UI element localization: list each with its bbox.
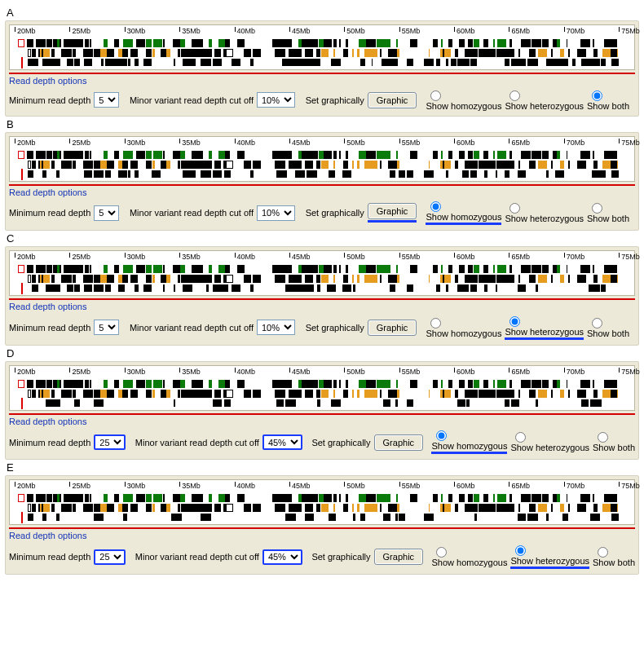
min-depth-label: Minimum read depth <box>9 208 90 218</box>
ruler-tick: 25Mb <box>69 482 90 490</box>
min-depth-select[interactable]: 5 <box>94 320 119 335</box>
radio-show-homozygous[interactable] <box>436 547 447 558</box>
section-divider <box>9 527 635 529</box>
minor-cutoff-select[interactable]: 10% <box>257 92 295 108</box>
radio-show-heterozygous-label: Show heterozygous <box>505 327 584 337</box>
min-depth-label: Minimum read depth <box>9 552 90 562</box>
genome-track-3[interactable] <box>10 399 634 407</box>
min-depth-select[interactable]: 25 <box>94 549 126 565</box>
radio-show-homozygous-label: Show homozygous <box>431 441 507 451</box>
min-depth-select[interactable]: 5 <box>94 205 119 221</box>
radio-show-heterozygous[interactable] <box>509 203 520 214</box>
cursor-indicator <box>21 57 23 68</box>
minor-cutoff-select[interactable]: 45% <box>262 434 302 450</box>
radio-show-homozygous[interactable] <box>430 318 441 328</box>
track-area[interactable]: 20Mb25Mb30Mb35Mb40Mb45Mb50Mb55Mb60Mb65Mb… <box>9 24 635 70</box>
section-divider <box>9 73 635 74</box>
min-depth-select[interactable]: 5 <box>94 92 119 108</box>
minor-cutoff-select[interactable]: 10% <box>257 205 295 221</box>
ruler-tick: 55Mb <box>399 27 421 35</box>
genomic-ruler: 20Mb25Mb30Mb35Mb40Mb45Mb50Mb55Mb60Mb65Mb… <box>10 139 634 149</box>
radio-show-both[interactable] <box>598 547 608 558</box>
graphic-button[interactable]: Graphic <box>374 549 424 565</box>
track-area[interactable]: 20Mb25Mb30Mb35Mb40Mb45Mb50Mb55Mb60Mb65Mb… <box>9 136 635 182</box>
radio-show-homozygous[interactable] <box>436 430 447 441</box>
genome-track-2[interactable] <box>10 504 634 512</box>
ruler-tick: 20Mb <box>15 482 36 490</box>
minor-cutoff-label: Minor variant read depth cut off <box>130 95 254 105</box>
ruler-tick: 40Mb <box>235 253 256 261</box>
genome-track-3[interactable] <box>10 170 634 178</box>
ruler-tick: 25Mb <box>69 27 90 35</box>
ruler-tick: 25Mb <box>69 139 90 147</box>
genomic-ruler: 20Mb25Mb30Mb35Mb40Mb45Mb50Mb55Mb60Mb65Mb… <box>10 27 634 37</box>
radio-show-both[interactable] <box>592 318 602 328</box>
graphic-button[interactable]: Graphic <box>368 203 417 219</box>
genome-track-1[interactable] <box>10 265 634 273</box>
position-cursor[interactable] <box>18 39 24 47</box>
minor-cutoff-select[interactable]: 45% <box>262 549 302 565</box>
section-divider <box>9 413 635 415</box>
ruler-tick: 45Mb <box>289 368 311 376</box>
genome-track-3[interactable] <box>10 284 634 292</box>
radio-show-heterozygous[interactable] <box>515 432 526 443</box>
set-graphically-label: Set graphically <box>306 323 364 333</box>
options-title: Read depth options <box>9 187 635 197</box>
ruler-tick: 70Mb <box>564 27 585 35</box>
radio-show-both[interactable] <box>598 432 608 443</box>
options-title: Read depth options <box>9 417 635 426</box>
radio-show-both[interactable] <box>592 203 602 214</box>
set-graphically-label: Set graphically <box>306 208 364 218</box>
minor-cutoff-label: Minor variant read depth cut off <box>135 552 259 562</box>
options-title: Read depth options <box>9 76 635 86</box>
genome-track-1[interactable] <box>10 151 634 159</box>
radio-show-homozygous-label: Show homozygous <box>426 101 501 111</box>
panel-D: 20Mb25Mb30Mb35Mb40Mb45Mb50Mb55Mb60Mb65Mb… <box>5 361 639 461</box>
ruler-tick: 50Mb <box>344 139 365 147</box>
position-cursor[interactable] <box>18 380 24 388</box>
min-depth-label: Minimum read depth <box>9 323 90 333</box>
genome-track-2[interactable] <box>10 390 634 398</box>
genome-track-2[interactable] <box>10 49 634 57</box>
ruler-tick: 60Mb <box>454 368 475 376</box>
radio-show-heterozygous[interactable] <box>509 316 520 327</box>
genome-track-3[interactable] <box>10 514 634 521</box>
genome-track-2[interactable] <box>10 161 634 169</box>
ruler-tick: 70Mb <box>564 253 585 261</box>
ruler-tick: 75Mb <box>619 139 640 147</box>
genome-track-1[interactable] <box>10 494 634 502</box>
track-area[interactable]: 20Mb25Mb30Mb35Mb40Mb45Mb50Mb55Mb60Mb65Mb… <box>9 479 635 525</box>
ruler-tick: 30Mb <box>125 139 146 147</box>
ruler-tick: 20Mb <box>15 253 36 261</box>
radio-show-both[interactable] <box>592 90 602 101</box>
graphic-button[interactable]: Graphic <box>368 92 417 108</box>
min-depth-select[interactable]: 25 <box>94 434 126 450</box>
minor-cutoff-select[interactable]: 10% <box>257 320 295 335</box>
radio-show-heterozygous[interactable] <box>509 90 520 101</box>
radio-show-homozygous[interactable] <box>430 90 441 101</box>
position-cursor[interactable] <box>18 265 24 273</box>
genome-track-1[interactable] <box>10 39 634 47</box>
set-graphically-label: Set graphically <box>311 438 370 448</box>
options-row: Minimum read depth 5 Minor variant read … <box>9 88 635 112</box>
position-cursor[interactable] <box>18 494 24 502</box>
ruler-tick: 75Mb <box>619 253 640 261</box>
graphic-button[interactable]: Graphic <box>374 434 424 451</box>
radio-show-homozygous-label: Show homozygous <box>431 558 507 567</box>
genome-track-1[interactable] <box>10 380 634 388</box>
ruler-tick: 70Mb <box>564 368 585 376</box>
ruler-tick: 30Mb <box>125 368 146 376</box>
position-cursor[interactable] <box>18 151 24 159</box>
track-area[interactable]: 20Mb25Mb30Mb35Mb40Mb45Mb50Mb55Mb60Mb65Mb… <box>9 365 635 411</box>
radio-show-homozygous[interactable] <box>430 201 441 212</box>
graphic-button[interactable]: Graphic <box>368 320 417 336</box>
set-graphically-label: Set graphically <box>306 95 364 105</box>
ruler-tick: 50Mb <box>344 27 365 35</box>
genome-track-2[interactable] <box>10 275 634 283</box>
track-area[interactable]: 20Mb25Mb30Mb35Mb40Mb45Mb50Mb55Mb60Mb65Mb… <box>9 250 635 296</box>
ruler-tick: 65Mb <box>509 482 530 490</box>
panel-label-E: E <box>7 461 639 474</box>
genome-track-3[interactable] <box>10 59 634 66</box>
radio-show-heterozygous[interactable] <box>515 545 526 556</box>
ruler-tick: 65Mb <box>509 368 530 376</box>
